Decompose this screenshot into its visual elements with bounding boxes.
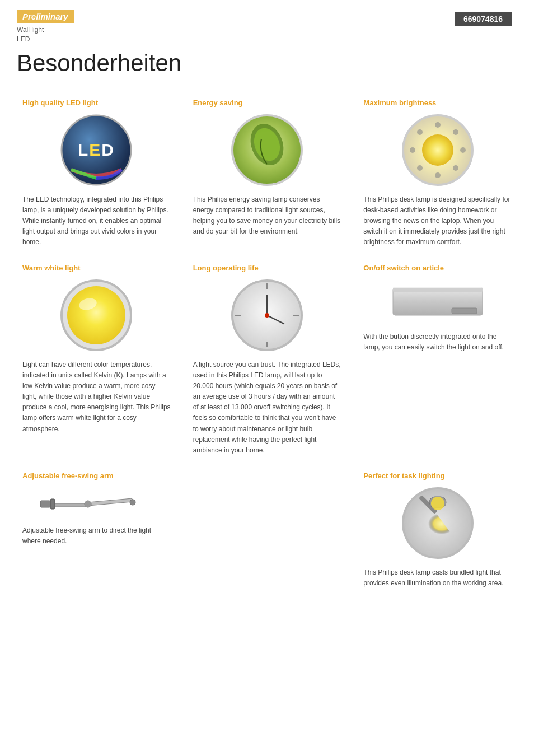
section-text-switch: With the button discreetly integrated on… — [363, 332, 512, 353]
section-title-task: Perfect for task lighting — [363, 472, 512, 480]
section-title-brightness: Maximum brightness — [363, 99, 512, 107]
brightness-icon — [401, 114, 474, 186]
svg-rect-29 — [393, 287, 483, 288]
svg-point-8 — [435, 172, 441, 178]
svg-point-33 — [130, 500, 135, 505]
page-title: Besonderheiten — [0, 44, 534, 88]
led-image: LED — [22, 114, 171, 186]
svg-point-6 — [422, 134, 453, 166]
led-icon: LED — [60, 114, 133, 186]
section-task-lighting: Perfect for task lighting — [352, 461, 523, 594]
section-title-switch: On/off switch on article — [363, 264, 512, 272]
section-long-life: Long operating life — [182, 254, 353, 462]
task-image — [363, 487, 512, 559]
content-grid: High quality LED light LED The LED techn… — [0, 88, 534, 595]
warm-image — [22, 279, 171, 352]
svg-text:LED: LED — [78, 141, 115, 159]
svg-point-16 — [67, 286, 125, 344]
section-energy-saving: Energy saving This Philips energy saving… — [182, 88, 353, 254]
section-onoff-switch: On/off switch on article With — [352, 254, 523, 462]
warm-icon — [60, 279, 133, 352]
clock-image — [193, 279, 341, 352]
section-text-task: This Philips desk lamp casts bundled lig… — [363, 567, 512, 589]
svg-rect-28 — [452, 308, 477, 314]
header-left: Preliminary Wall light LED — [17, 10, 74, 44]
section-max-brightness: Maximum brightness — [352, 88, 523, 254]
section-title-energy: Energy saving — [193, 99, 341, 107]
section-text-warm: Light can have different color temperatu… — [22, 360, 171, 435]
svg-point-39 — [431, 497, 444, 510]
brightness-image — [363, 114, 512, 186]
energy-image — [193, 114, 341, 186]
svg-point-13 — [417, 165, 423, 171]
svg-point-21 — [265, 313, 269, 318]
svg-point-7 — [435, 122, 441, 128]
page-header: Preliminary Wall light LED 669074816 — [0, 0, 534, 44]
svg-point-32 — [85, 501, 91, 507]
section-title-arm: Adjustable free-swing arm — [22, 472, 171, 480]
product-type: Wall light LED — [17, 25, 74, 44]
section-text-longlife: A light source you can trust. The integr… — [193, 360, 341, 456]
arm-image — [22, 487, 171, 517]
svg-point-11 — [417, 129, 423, 135]
product-id: 669074816 — [455, 12, 512, 26]
switch-icon — [390, 279, 485, 324]
section-text-arm: Adjustable free-swing arm to direct the … — [22, 525, 171, 547]
arm-icon — [40, 487, 152, 517]
section-title-led: High quality LED light — [22, 99, 171, 107]
svg-point-12 — [453, 129, 458, 135]
clock-icon — [231, 279, 303, 352]
task-icon — [401, 487, 474, 559]
section-empty-col2 — [182, 461, 353, 594]
section-high-quality-led: High quality LED light LED The LED techn… — [11, 88, 182, 254]
preliminary-badge: Preliminary — [17, 10, 74, 23]
section-text-brightness: This Philips desk lamp is designed speci… — [363, 194, 512, 248]
svg-rect-31 — [88, 498, 133, 506]
svg-rect-34 — [40, 501, 50, 507]
section-title-longlife: Long operating life — [193, 264, 341, 272]
svg-rect-35 — [50, 499, 55, 509]
section-title-warm: Warm white light — [22, 264, 171, 272]
section-text-led: The LED technology, integrated into this… — [22, 194, 171, 248]
section-adjustable-arm: Adjustable free-swing arm Adjustable fre… — [11, 461, 182, 594]
section-text-energy: This Philips energy saving lamp conserve… — [193, 194, 341, 237]
svg-point-14 — [453, 165, 458, 171]
energy-icon — [231, 114, 303, 186]
section-warm-white: Warm white light Light can have differen… — [11, 254, 182, 462]
svg-point-9 — [410, 147, 415, 153]
svg-point-10 — [460, 147, 466, 153]
switch-image — [363, 279, 512, 324]
